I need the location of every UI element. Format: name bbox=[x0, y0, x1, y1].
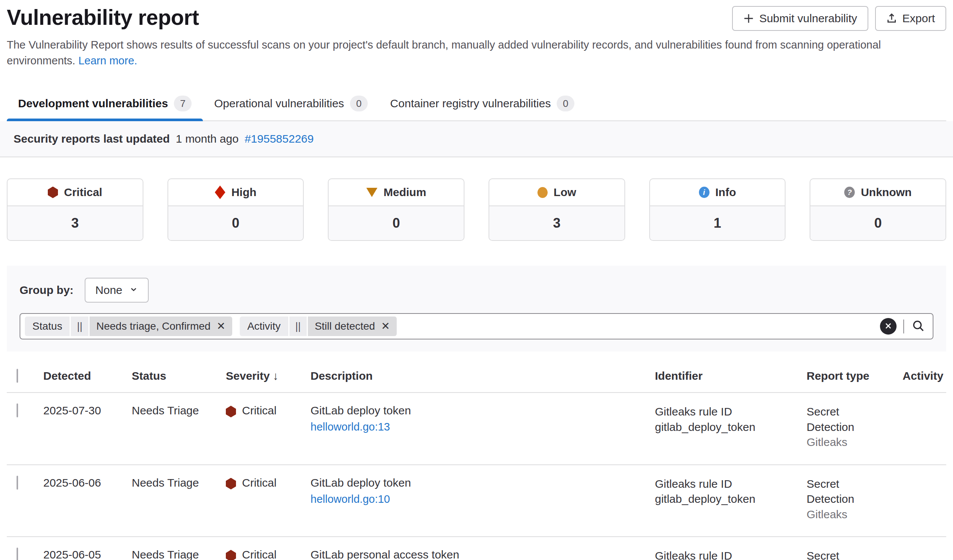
detected-cell: 2025-06-05 bbox=[43, 537, 132, 560]
severity-card-medium[interactable]: Medium 0 bbox=[328, 178, 464, 241]
severity-summary-cards: Critical 3 High 0 Medium 0 Low 3 i Info … bbox=[7, 178, 946, 241]
filter-panel: Group by: None Status || Needs triage, C… bbox=[7, 266, 946, 352]
select-all-checkbox[interactable] bbox=[17, 369, 18, 383]
location-link[interactable]: helloworld.go:10 bbox=[310, 493, 646, 506]
token-remove-icon[interactable]: ✕ bbox=[216, 321, 225, 332]
vulnerability-title-link[interactable]: GitLab deploy token bbox=[310, 476, 411, 489]
severity-label: Critical bbox=[242, 404, 277, 417]
activity-cell bbox=[903, 393, 946, 464]
severity-card-low[interactable]: Low 3 bbox=[489, 178, 625, 241]
identifier-cell: Gitleaks rule ID gitlab_deploy_token bbox=[655, 393, 800, 464]
identifier-cell: Gitleaks rule ID gitlab_deploy_token bbox=[655, 465, 800, 537]
submit-vulnerability-button[interactable]: Submit vulnerability bbox=[732, 6, 868, 31]
token-operator[interactable]: || bbox=[71, 316, 88, 336]
severity-critical-icon bbox=[48, 187, 58, 199]
severity-card-high[interactable]: High 0 bbox=[168, 178, 304, 241]
tab-operational-vulnerabilities[interactable]: Operational vulnerabilities 0 bbox=[203, 88, 379, 120]
status-cell: Needs Triage bbox=[132, 465, 226, 537]
table-row[interactable]: 2025-06-05 Needs Triage Critical GitLab … bbox=[7, 537, 946, 560]
table-row[interactable]: 2025-07-30 Needs Triage Critical GitLab … bbox=[7, 393, 946, 465]
severity-card-label: Info bbox=[716, 186, 736, 199]
report-type-cell: Secret Detection Gitleaks bbox=[807, 393, 903, 464]
column-header-identifier[interactable]: Identifier bbox=[655, 359, 807, 392]
severity-card-label: Critical bbox=[64, 186, 102, 199]
severity-card-unknown[interactable]: ? Unknown 0 bbox=[810, 178, 946, 241]
chevron-down-icon bbox=[129, 284, 138, 296]
column-header-report-type[interactable]: Report type bbox=[807, 359, 903, 392]
last-updated-label: Security reports last updated bbox=[14, 132, 170, 145]
report-type-text: Secret Detection bbox=[807, 404, 872, 435]
severity-card-count: 0 bbox=[329, 206, 464, 240]
tab-count-badge: 0 bbox=[557, 96, 574, 112]
report-type-text: Secret Detection bbox=[807, 476, 872, 507]
description-cell: GitLab deploy token helloworld.go:13 bbox=[310, 393, 655, 464]
search-icon bbox=[912, 320, 925, 334]
severity-medium-icon bbox=[366, 188, 377, 197]
severity-cell: Critical bbox=[226, 537, 310, 560]
severity-card-label: High bbox=[231, 186, 257, 199]
severity-card-label: Unknown bbox=[861, 186, 912, 199]
location-link[interactable]: helloworld.go:13 bbox=[310, 421, 646, 433]
vulnerability-title-link[interactable]: GitLab deploy token bbox=[310, 404, 411, 417]
severity-card-info[interactable]: i Info 1 bbox=[649, 178, 786, 241]
severity-critical-icon bbox=[226, 550, 236, 560]
filter-token-status[interactable]: Status || Needs triage, Confirmed ✕ bbox=[25, 316, 232, 336]
token-name[interactable]: Activity bbox=[240, 316, 288, 336]
severity-critical-icon bbox=[226, 406, 236, 417]
report-type-cell: Secret Detection Gitleaks bbox=[807, 465, 903, 537]
severity-card-count: 0 bbox=[810, 206, 945, 240]
detected-cell: 2025-07-30 bbox=[43, 393, 132, 464]
vulnerability-title-link[interactable]: GitLab personal access token bbox=[310, 548, 459, 560]
pipeline-link[interactable]: #1955852269 bbox=[245, 132, 314, 145]
severity-critical-icon bbox=[226, 478, 236, 490]
group-by-label: Group by: bbox=[20, 284, 73, 296]
token-value[interactable]: Needs triage, Confirmed ✕ bbox=[90, 316, 232, 336]
search-button[interactable] bbox=[903, 320, 933, 334]
severity-info-icon: i bbox=[699, 187, 709, 198]
clear-filters-button[interactable] bbox=[880, 318, 897, 335]
token-value[interactable]: Still detected ✕ bbox=[308, 316, 397, 336]
column-header-detected[interactable]: Detected bbox=[43, 359, 132, 392]
severity-label: Critical bbox=[242, 548, 277, 560]
column-header-status[interactable]: Status bbox=[132, 359, 226, 392]
sort-desc-icon: ↓ bbox=[273, 369, 278, 382]
tab-label: Operational vulnerabilities bbox=[214, 97, 344, 110]
tab-container-registry-vulnerabilities[interactable]: Container registry vulnerabilities 0 bbox=[379, 88, 586, 120]
activity-cell bbox=[903, 537, 946, 560]
tab-count-badge: 7 bbox=[174, 96, 191, 112]
token-value-text: Still detected bbox=[315, 320, 375, 332]
row-checkbox[interactable] bbox=[17, 476, 18, 490]
info-glyph: i bbox=[703, 188, 705, 197]
row-checkbox[interactable] bbox=[17, 403, 18, 417]
severity-card-count: 3 bbox=[8, 206, 143, 240]
severity-cell: Critical bbox=[226, 393, 310, 464]
vulnerability-filter-bar[interactable]: Status || Needs triage, Confirmed ✕ Acti… bbox=[20, 313, 933, 340]
table-header-row: Detected Status Severity↓ Description Id… bbox=[7, 359, 946, 393]
scanner-name: Gitleaks bbox=[807, 435, 872, 450]
submit-vulnerability-label: Submit vulnerability bbox=[759, 12, 857, 25]
severity-card-critical[interactable]: Critical 3 bbox=[7, 178, 143, 241]
token-remove-icon[interactable]: ✕ bbox=[381, 321, 390, 332]
learn-more-link[interactable]: Learn more. bbox=[78, 54, 137, 67]
filter-tokens: Status || Needs triage, Confirmed ✕ Acti… bbox=[20, 314, 880, 339]
table-row[interactable]: 2025-06-06 Needs Triage Critical GitLab … bbox=[7, 465, 946, 537]
identifier-cell: Gitleaks rule ID gitlab_personal_access_… bbox=[655, 537, 800, 560]
column-header-description[interactable]: Description bbox=[310, 359, 655, 392]
token-name[interactable]: Status bbox=[25, 316, 70, 336]
export-button[interactable]: Export bbox=[875, 6, 946, 31]
group-by-dropdown[interactable]: None bbox=[85, 278, 149, 302]
severity-high-icon bbox=[215, 186, 225, 199]
row-checkbox[interactable] bbox=[17, 548, 18, 560]
filter-token-activity[interactable]: Activity || Still detected ✕ bbox=[240, 316, 397, 336]
severity-low-icon bbox=[537, 187, 548, 198]
tab-development-vulnerabilities[interactable]: Development vulnerabilities 7 bbox=[7, 88, 203, 120]
report-type-cell: Secret Detection Gitleaks bbox=[807, 537, 903, 560]
token-operator[interactable]: || bbox=[289, 316, 307, 336]
last-updated-time: 1 month ago bbox=[176, 132, 239, 145]
description-cell: GitLab deploy token helloworld.go:10 bbox=[310, 465, 655, 537]
column-header-activity[interactable]: Activity bbox=[903, 359, 951, 392]
severity-cell: Critical bbox=[226, 465, 310, 537]
column-header-severity[interactable]: Severity↓ bbox=[226, 359, 310, 392]
tab-count-badge: 0 bbox=[350, 96, 367, 112]
page-title: Vulnerability report bbox=[7, 5, 199, 30]
